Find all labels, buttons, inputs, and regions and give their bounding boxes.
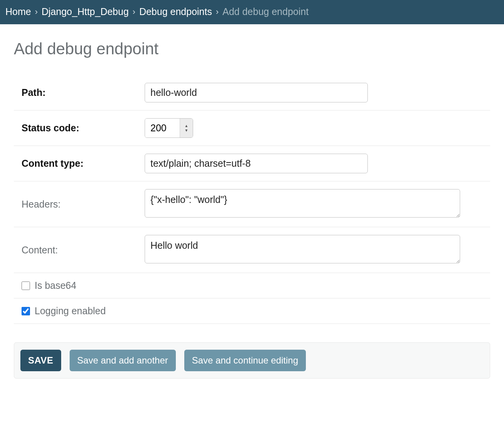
breadcrumb-app[interactable]: Django_Http_Debug [42,6,129,17]
logging-enabled-checkbox[interactable] [22,307,30,315]
row-path: Path: [14,75,490,111]
save-add-another-button[interactable]: Save and add another [70,350,176,371]
breadcrumb-sep: › [35,7,38,17]
label-content-type: Content type: [14,158,137,169]
row-content: Content: [14,227,490,273]
breadcrumb: Home › Django_Http_Debug › Debug endpoin… [0,0,504,24]
stepper-buttons[interactable]: ▲ ▼ [180,119,193,137]
label-status-code: Status code: [14,122,137,134]
breadcrumb-model[interactable]: Debug endpoints [139,6,212,17]
headers-textarea[interactable] [145,189,460,218]
row-content-type: Content type: [14,146,490,181]
breadcrumb-current: Add debug endpoint [222,6,309,17]
row-status-code: Status code: ▲ ▼ [14,111,490,146]
status-code-input[interactable] [145,119,180,137]
path-input[interactable] [145,83,368,102]
label-is-base64: Is base64 [35,280,76,291]
submit-bar: SAVE Save and add another Save and conti… [14,342,490,379]
save-continue-editing-button[interactable]: Save and continue editing [184,350,306,371]
save-button[interactable]: SAVE [20,350,61,371]
chevron-down-icon[interactable]: ▼ [185,129,189,132]
breadcrumb-home[interactable]: Home [5,6,31,17]
row-logging-enabled: Logging enabled [14,298,490,324]
label-content: Content: [14,245,137,256]
row-headers: Headers: [14,181,490,227]
chevron-up-icon[interactable]: ▲ [185,124,189,128]
is-base64-checkbox[interactable] [22,282,30,290]
content-textarea[interactable] [145,235,460,263]
label-path: Path: [14,87,137,98]
page-title: Add debug endpoint [14,40,490,58]
label-logging-enabled: Logging enabled [35,305,106,317]
breadcrumb-sep: › [216,7,219,17]
breadcrumb-sep: › [133,7,135,17]
content-type-input[interactable] [145,154,368,173]
status-code-stepper[interactable]: ▲ ▼ [145,118,193,138]
row-is-base64: Is base64 [14,273,490,298]
content: Add debug endpoint Path: Status code: ▲ … [0,24,504,379]
label-headers: Headers: [14,199,137,210]
